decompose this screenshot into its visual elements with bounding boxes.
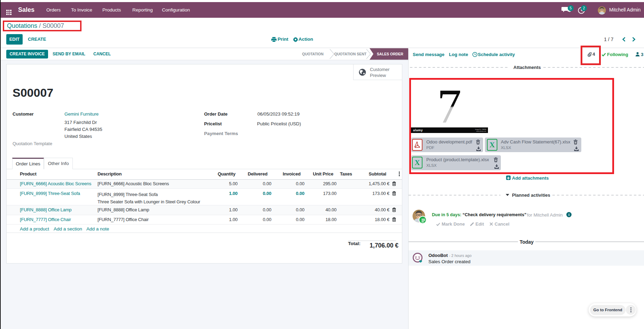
svg-text:QUOTATION: QUOTATION	[302, 52, 323, 56]
svg-text:SALES ORDER: SALES ORDER	[377, 52, 403, 56]
svg-text:QUOTATION SENT: QUOTATION SENT	[334, 52, 367, 56]
